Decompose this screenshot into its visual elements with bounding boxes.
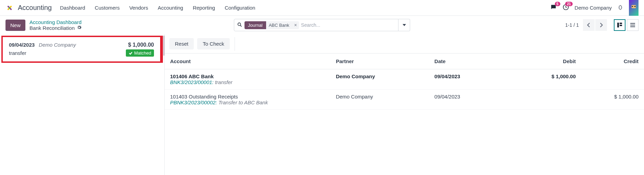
date-cell: 09/04/2023 xyxy=(429,69,518,90)
matched-badge: Matched xyxy=(126,49,154,57)
move-memo: transfer xyxy=(215,79,232,85)
statement-list-panel: 09/04/2023 Demo Company $ 1,000.00 trans… xyxy=(0,34,165,175)
messages-button[interactable]: 5 xyxy=(550,4,557,12)
nav-item-accounting[interactable]: Accounting xyxy=(158,5,183,11)
debug-icon[interactable] xyxy=(617,4,623,11)
account-name: 101406 ABC Bank xyxy=(170,73,325,79)
main-content: 09/04/2023 Demo Company $ 1,000.00 trans… xyxy=(0,34,644,175)
chevron-right-icon xyxy=(599,23,603,27)
list-icon xyxy=(630,22,635,28)
kanban-icon xyxy=(617,22,622,28)
reconciliation-lines-table: Account Partner Date Debit Credit 101406… xyxy=(165,54,644,110)
pager-text[interactable]: 1-1 / 1 xyxy=(565,22,579,28)
svg-point-7 xyxy=(238,23,241,25)
nav-item-vendors[interactable]: Vendors xyxy=(129,5,148,11)
col-account: Account xyxy=(165,54,330,69)
col-credit: Credit xyxy=(581,54,644,69)
top-navbar: Accounting Dashboard Customers Vendors A… xyxy=(0,0,644,16)
search-input[interactable] xyxy=(301,22,395,28)
statement-amount: $ 1,000.00 xyxy=(128,42,154,48)
partner-cell: Demo Company xyxy=(330,90,429,110)
breadcrumb-parent[interactable]: Accounting Dashboard xyxy=(29,19,82,25)
move-memo: Transfer to ABC Bank xyxy=(218,100,268,105)
facet-remove-icon[interactable]: × xyxy=(292,22,299,28)
debit-cell: $ 1,000.00 xyxy=(518,69,581,90)
svg-line-8 xyxy=(240,25,242,26)
pager-block: 1-1 / 1 xyxy=(565,19,639,31)
reconciliation-detail-panel: Reset To Check Account Partner Date Debi… xyxy=(165,34,644,175)
pager-next-button[interactable] xyxy=(595,19,607,31)
table-row[interactable]: 101406 ABC Bank BNK3/2023/00001: transfe… xyxy=(165,69,644,90)
reset-button[interactable]: Reset xyxy=(169,38,194,49)
gear-icon[interactable] xyxy=(77,25,82,31)
user-avatar[interactable] xyxy=(629,0,639,16)
search-icon xyxy=(237,22,242,28)
view-kanban-button[interactable] xyxy=(614,19,625,31)
pager-prev-button[interactable] xyxy=(583,19,595,31)
credit-cell: $ 1,000.00 xyxy=(581,90,644,110)
search-facet: Journal ABC Bank × xyxy=(245,21,299,29)
search-box[interactable]: Journal ABC Bank × xyxy=(234,19,398,31)
facet-label: Journal xyxy=(245,21,266,29)
debit-cell xyxy=(518,90,581,110)
partner-cell: Demo Company xyxy=(330,69,429,90)
nav-item-configuration[interactable]: Configuration xyxy=(225,5,255,11)
move-link[interactable]: BNK3/2023/00001: xyxy=(170,79,214,85)
svg-rect-11 xyxy=(620,25,622,26)
company-selector[interactable]: Demo Company xyxy=(575,5,612,11)
account-name: 101403 Outstanding Receipts xyxy=(170,94,325,100)
view-list-button[interactable] xyxy=(627,19,639,31)
nav-menu: Dashboard Customers Vendors Accounting R… xyxy=(60,5,255,11)
caret-down-icon xyxy=(403,23,406,27)
facet-value: ABC Bank xyxy=(266,21,292,29)
detail-toolbar: Reset To Check xyxy=(165,34,644,54)
date-cell: 09/04/2023 xyxy=(429,90,518,110)
new-button[interactable]: New xyxy=(5,20,25,31)
col-partner: Partner xyxy=(330,54,429,69)
matched-badge-label: Matched xyxy=(134,50,151,56)
breadcrumb-current: Bank Reconciliation xyxy=(29,25,82,31)
statement-memo: transfer xyxy=(9,50,26,56)
statement-line-card[interactable]: 09/04/2023 Demo Company $ 1,000.00 trans… xyxy=(1,36,163,63)
activities-badge: 21 xyxy=(565,2,572,6)
svg-rect-6 xyxy=(634,6,636,7)
search-options-dropdown[interactable] xyxy=(398,19,410,31)
svg-rect-5 xyxy=(632,6,633,7)
activities-button[interactable]: 21 xyxy=(562,4,569,12)
check-icon xyxy=(129,51,133,55)
nav-item-customers[interactable]: Customers xyxy=(95,5,120,11)
nav-item-reporting[interactable]: Reporting xyxy=(193,5,215,11)
app-logo-icon[interactable] xyxy=(5,4,14,12)
credit-cell xyxy=(581,69,644,90)
control-panel: New Accounting Dashboard Bank Reconcilia… xyxy=(0,16,644,34)
svg-rect-9 xyxy=(617,23,619,27)
statement-partner: Demo Company xyxy=(39,42,76,48)
table-row[interactable]: 101403 Outstanding Receipts PBNK3/2023/0… xyxy=(165,90,644,110)
chevron-left-icon xyxy=(587,23,591,27)
divider xyxy=(235,37,235,51)
app-name[interactable]: Accounting xyxy=(18,4,52,12)
messages-badge: 5 xyxy=(555,2,560,6)
nav-item-dashboard[interactable]: Dashboard xyxy=(60,5,85,11)
statement-date: 09/04/2023 xyxy=(9,42,35,48)
move-link[interactable]: PBNK3/2023/00002: xyxy=(170,100,217,105)
col-date: Date xyxy=(429,54,518,69)
breadcrumb-current-label: Bank Reconciliation xyxy=(29,25,75,31)
breadcrumb: Accounting Dashboard Bank Reconciliation xyxy=(29,19,82,31)
col-debit: Debit xyxy=(518,54,581,69)
to-check-button[interactable]: To Check xyxy=(197,38,230,49)
svg-rect-10 xyxy=(620,23,622,24)
search-panel: Journal ABC Bank × xyxy=(234,19,410,31)
